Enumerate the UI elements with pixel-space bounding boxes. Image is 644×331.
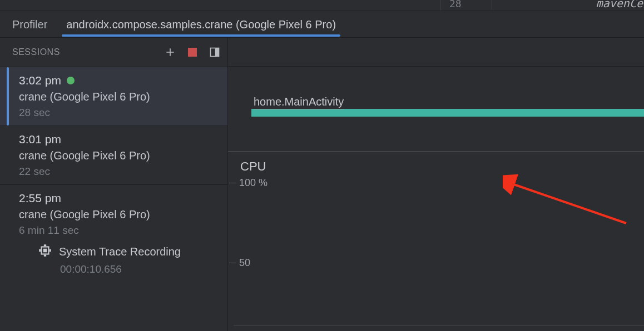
session-time: 3:01 pm xyxy=(19,133,61,146)
profiler-main: SESSIONS 3:02 pm crane (Google Pixel 6 P… xyxy=(0,38,644,331)
session-time: 2:55 pm xyxy=(19,192,61,205)
add-session-button[interactable] xyxy=(164,46,176,58)
activity-bar xyxy=(251,109,644,117)
session-time: 3:02 pm xyxy=(19,74,61,87)
tab-process[interactable]: androidx.compose.samples.crane (Google P… xyxy=(62,13,340,36)
activity-strip[interactable]: home.MainActivity xyxy=(228,67,644,111)
editor-code-fragment: mavenCe xyxy=(596,0,643,10)
session-device: crane (Google Pixel 6 Pro) xyxy=(19,149,222,162)
svg-rect-3 xyxy=(43,249,47,253)
session-item[interactable]: 3:01 pm crane (Google Pixel 6 Pro) 22 se… xyxy=(0,126,227,184)
axis-tick xyxy=(229,263,236,263)
session-duration: 28 sec xyxy=(19,107,222,119)
layout-icon xyxy=(209,47,220,58)
layout-toggle-button[interactable] xyxy=(209,46,221,58)
session-active-indicator-icon xyxy=(67,77,75,84)
sessions-title: SESSIONS xyxy=(12,47,164,57)
editor-topstrip: 28 mavenCe xyxy=(0,0,644,11)
session-item[interactable]: 2:55 pm crane (Google Pixel 6 Pro) 6 min… xyxy=(0,184,227,282)
content-toolbar xyxy=(228,38,644,67)
recording-entry[interactable]: System Trace Recording xyxy=(19,238,222,262)
profiler-content: home.MainActivity CPU 100 % 50 xyxy=(228,38,644,331)
cpu-chip-icon xyxy=(38,243,52,260)
gutter-line-number: 28 xyxy=(449,0,462,9)
session-duration: 6 min 11 sec xyxy=(19,224,222,237)
recording-time: 00:00:10.656 xyxy=(19,263,222,275)
activity-label: home.MainActivity xyxy=(254,96,344,108)
stop-session-button[interactable] xyxy=(186,46,199,58)
panel-separator xyxy=(234,325,644,325)
cpu-title: CPU xyxy=(240,159,266,174)
session-duration: 22 sec xyxy=(19,165,222,178)
axis-tick xyxy=(229,183,236,183)
axis-tick-label: 50 xyxy=(239,257,250,269)
sessions-sidebar: SESSIONS 3:02 pm crane (Google Pixel 6 P… xyxy=(0,38,228,331)
tab-profiler[interactable]: Profiler xyxy=(8,13,52,36)
axis-tick-label: 100 % xyxy=(239,177,267,189)
recording-label: System Trace Recording xyxy=(59,245,181,258)
stop-icon xyxy=(188,48,197,57)
profiler-header: Profiler androidx.compose.samples.crane … xyxy=(0,11,644,38)
session-device: crane (Google Pixel 6 Pro) xyxy=(19,208,222,221)
session-device: crane (Google Pixel 6 Pro) xyxy=(19,91,222,103)
plus-icon xyxy=(165,47,176,58)
cpu-panel[interactable]: CPU 100 % 50 xyxy=(228,151,644,328)
sessions-header: SESSIONS xyxy=(0,38,227,67)
svg-rect-1 xyxy=(215,48,219,57)
session-item[interactable]: 3:02 pm crane (Google Pixel 6 Pro) 28 se… xyxy=(0,67,227,126)
